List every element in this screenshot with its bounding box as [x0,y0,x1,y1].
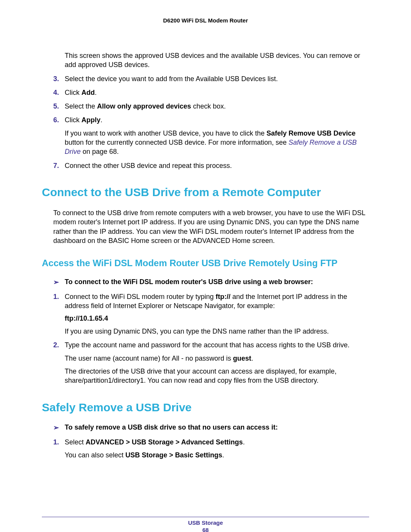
arrow-icon: ➢ [53,278,59,286]
steps-list-3: 1. Select ADVANCED > USB Storage > Advan… [53,438,369,460]
heading-access-ftp: Access the WiFi DSL Modem Router USB Dri… [42,257,369,269]
step-subtext: If you want to work with another USB dev… [65,129,369,157]
step-number: 7. [53,161,59,170]
arrow-icon: ➢ [53,423,59,432]
step-text: Connect the other USB device and repeat … [65,162,232,169]
ftp-example: ftp://10.1.65.4 [65,314,369,323]
step-b1: 1. Connect to the WiFi DSL modem router … [53,292,369,336]
steps-list-2: 1. Connect to the WiFi DSL modem router … [53,292,369,385]
step-7: 7. Connect the other USB device and repe… [53,161,369,170]
step-c1: 1. Select ADVANCED > USB Storage > Advan… [53,438,369,460]
step-number: 1. [53,438,59,447]
step-4: 4. Click Add. [53,88,369,97]
step-number: 1. [53,292,59,301]
step-text: Connect to the WiFi DSL modem router by … [65,293,347,310]
procedure-heading: ➢ To connect to the WiFi DSL modem route… [53,278,369,286]
page-footer: USB Storage 68 [42,517,369,532]
footer-page-number: 68 [42,527,369,532]
step-text: Select the device you want to add from t… [65,75,278,83]
step-b2: 2. Type the account name and password fo… [53,340,369,385]
step-number: 2. [53,340,59,350]
step-number: 3. [53,74,59,83]
heading-connect-remote: Connect to the USB Drive from a Remote C… [42,185,369,199]
procedure-heading: ➢ To safely remove a USB disk drive so t… [53,423,369,431]
step-text: Click Apply. [65,116,102,124]
step-5: 5. Select the Allow only approved device… [53,102,369,111]
document-header: D6200 WiFi DSL Modem Router [42,17,369,24]
step-text: Select the Allow only approved devices c… [65,102,226,110]
procedure-text: To safely remove a USB disk drive so tha… [65,423,278,431]
step-text: Click Add. [65,89,97,96]
heading-safely-remove: Safely Remove a USB Drive [42,401,369,414]
step-text: Type the account name and password for t… [65,341,349,349]
step-subtext: If you are using Dynamic DNS, you can ty… [65,327,369,336]
intro-paragraph: This screen shows the approved USB devic… [65,51,369,70]
step-subtext: You can also select USB Storage > Basic … [65,451,369,460]
steps-list-1: 3. Select the device you want to add fro… [53,74,369,170]
step-number: 4. [53,88,59,97]
step-number: 6. [53,115,59,125]
procedure-text: To connect to the WiFi DSL modem router'… [65,278,313,286]
step-number: 5. [53,102,59,111]
paragraph-connect-remote: To connect to the USB drive from remote … [53,208,369,245]
step-subtext: The directories of the USB drive that yo… [65,367,369,385]
step-subtext: The user name (account name) for All - n… [65,354,369,363]
footer-chapter: USB Storage [42,519,369,526]
step-text: Select ADVANCED > USB Storage > Advanced… [65,438,245,446]
step-3: 3. Select the device you want to add fro… [53,74,369,83]
step-6: 6. Click Apply. If you want to work with… [53,115,369,156]
document-page: D6200 WiFi DSL Modem Router This screen … [0,0,411,532]
